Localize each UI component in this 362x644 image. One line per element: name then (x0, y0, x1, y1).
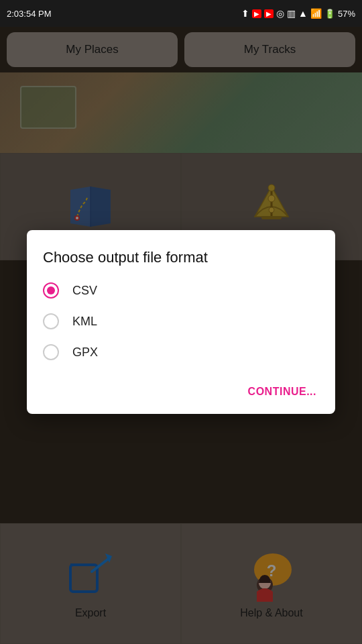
status-time: 2:03:54 PM (7, 9, 52, 19)
option-csv[interactable]: CSV (43, 282, 319, 299)
youtube-icon: ▶ (252, 9, 261, 18)
dialog: Choose output file format CSV KML GPX CO… (27, 230, 335, 414)
label-csv: CSV (72, 284, 97, 298)
signal-icon: 📶 (310, 8, 322, 19)
status-icons: ⬆ ▶ ▶ ◎ ▥ ▲ 📶 🔋 57% (241, 8, 355, 19)
radio-gpx[interactable] (43, 344, 59, 360)
status-bar: 2:03:54 PM ⬆ ▶ ▶ ◎ ▥ ▲ 📶 🔋 57% (0, 0, 362, 27)
dialog-title: Choose output file format (43, 249, 319, 266)
option-gpx[interactable]: GPX (43, 344, 319, 360)
vibrate-icon: ▥ (287, 8, 296, 19)
battery-pct: 57% (338, 9, 355, 19)
label-kml: KML (72, 315, 97, 329)
time-display: 2:03:54 PM (7, 9, 52, 19)
battery-icon: 🔋 (324, 9, 335, 19)
youtube2-icon: ▶ (264, 9, 274, 18)
dialog-overlay: Choose output file format CSV KML GPX CO… (0, 0, 362, 644)
option-kml[interactable]: KML (43, 313, 319, 329)
radio-csv[interactable] (43, 282, 59, 299)
dialog-actions: CONTINUE... (43, 375, 319, 403)
target-icon: ◎ (276, 8, 284, 19)
upload-icon: ⬆ (241, 8, 249, 19)
label-gpx: GPX (72, 345, 98, 360)
continue-button[interactable]: CONTINUE... (245, 380, 319, 403)
wifi-icon: ▲ (298, 8, 308, 19)
radio-kml[interactable] (43, 313, 59, 329)
